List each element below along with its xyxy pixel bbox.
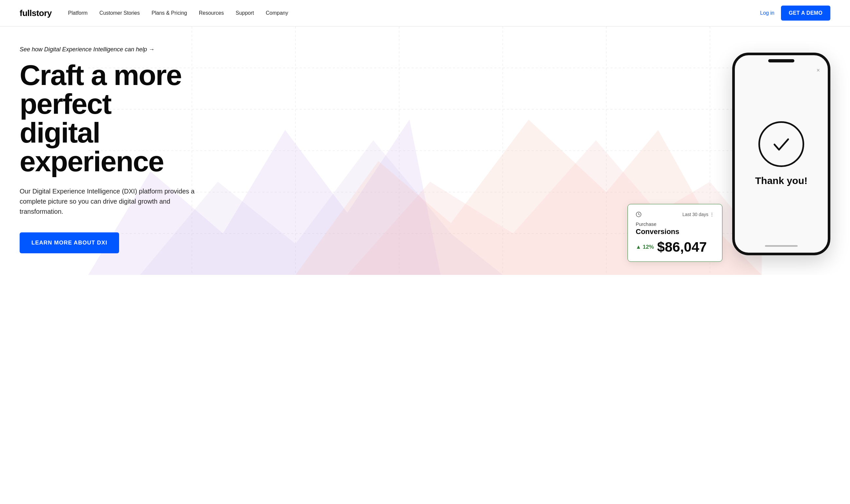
navbar-links: Platform Customer Stories Plans & Pricin… xyxy=(68,10,760,16)
hero-headline: Craft a more perfect digital experience xyxy=(20,61,242,176)
hero-headline-line1: Craft a more perfect xyxy=(20,59,181,120)
hero-cta-button[interactable]: LEARN MORE ABOUT DXI xyxy=(20,232,119,253)
nav-platform[interactable]: Platform xyxy=(68,10,88,16)
card-pct-badge: ▲ 12% xyxy=(636,244,654,250)
phone-home-indicator xyxy=(765,245,798,247)
card-top-row: Last 30 days ⋮ xyxy=(636,212,714,217)
phone-notch xyxy=(768,59,794,62)
hero-subtext: Our Digital Experience Intelligence (DXI… xyxy=(20,186,196,217)
card-clock xyxy=(636,212,642,217)
card-value-row: ▲ 12% $86,047 xyxy=(636,239,714,255)
card-metric-name: Conversions xyxy=(636,228,714,236)
phone-thank-you-text: Thank you! xyxy=(755,175,808,187)
phone-close-icon[interactable]: × xyxy=(816,67,820,74)
checkmark-icon xyxy=(770,133,793,156)
clock-icon xyxy=(636,212,642,217)
hero-headline-line2: digital experience xyxy=(20,116,163,178)
hero-section: See how Digital Experience Intelligence … xyxy=(0,26,850,275)
login-link[interactable]: Log in xyxy=(760,10,775,16)
card-value: $86,047 xyxy=(657,239,707,255)
nav-plans-pricing[interactable]: Plans & Pricing xyxy=(152,10,187,16)
hero-content: See how Digital Experience Intelligence … xyxy=(20,46,242,253)
nav-customer-stories[interactable]: Customer Stories xyxy=(100,10,140,16)
phone-check-circle xyxy=(758,121,804,167)
brand-logo[interactable]: fullstory xyxy=(20,8,52,18)
card-label: Purchase xyxy=(636,221,714,227)
phone-mockup: × Thank you! xyxy=(732,53,830,255)
navbar-actions: Log in GET A DEMO xyxy=(760,5,830,21)
nav-company[interactable]: Company xyxy=(266,10,288,16)
nav-support[interactable]: Support xyxy=(236,10,254,16)
get-demo-button[interactable]: GET A DEMO xyxy=(781,5,830,21)
nav-resources[interactable]: Resources xyxy=(199,10,224,16)
conversion-card: Last 30 days ⋮ Purchase Conversions ▲ 12… xyxy=(627,204,723,262)
card-period: Last 30 days ⋮ xyxy=(682,212,714,217)
navbar: fullstory Platform Customer Stories Plan… xyxy=(0,0,850,26)
hero-tag[interactable]: See how Digital Experience Intelligence … xyxy=(20,46,242,53)
phone-frame: × Thank you! xyxy=(732,53,830,255)
